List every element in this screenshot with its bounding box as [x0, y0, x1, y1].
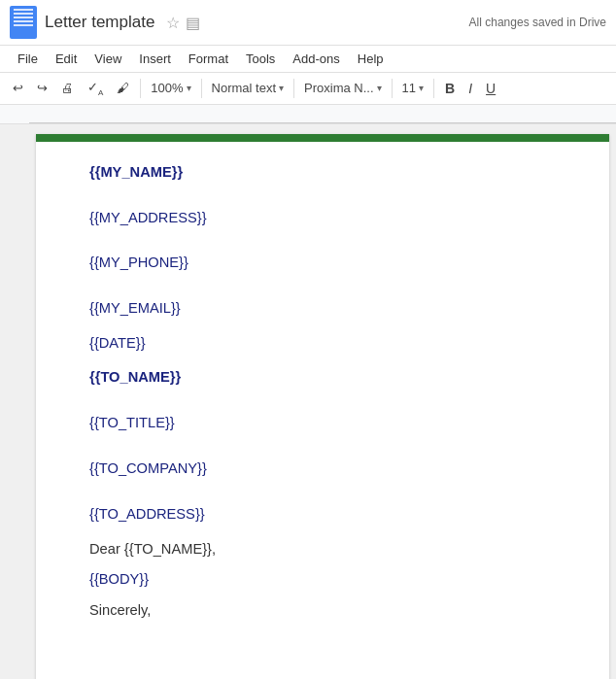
recipient-section: {{TO_NAME}} {{TO_TITLE}} {{TO_COMPANY}} … — [89, 366, 556, 526]
print-button[interactable]: 🖨 — [56, 78, 79, 98]
body-field: {{BODY}} — [89, 568, 556, 591]
menu-file[interactable]: File — [10, 48, 46, 70]
menu-edit[interactable]: Edit — [48, 48, 85, 70]
text-style-selector[interactable]: Normal text ▾ — [208, 79, 288, 97]
bold-button[interactable]: B — [440, 78, 460, 99]
underline-button[interactable]: U — [481, 78, 500, 99]
menu-bar: File Edit View Insert Format Tools Add-o… — [0, 46, 616, 73]
salutation-text: Dear {{TO_NAME}}, — [89, 538, 556, 560]
date-section: {{DATE}} — [89, 332, 556, 355]
left-margin — [0, 124, 29, 679]
to-address-field: {{TO_ADDRESS}} — [89, 503, 556, 526]
undo-button[interactable]: ↩ — [8, 78, 28, 98]
font-selector[interactable]: Proxima N... ▾ — [300, 79, 386, 97]
salutation-section: Dear {{TO_NAME}}, — [89, 538, 556, 560]
to-name-field: {{TO_NAME}} — [89, 366, 556, 389]
closing-text: Sincerely, — [89, 599, 556, 622]
date-field: {{DATE}} — [89, 332, 556, 355]
menu-help[interactable]: Help — [350, 48, 392, 70]
italic-button[interactable]: I — [463, 78, 477, 99]
ruler — [0, 105, 616, 124]
sender-section: {{MY_NAME}} {{MY_ADDRESS}} {{MY_PHONE}} … — [89, 161, 556, 321]
folder-icon[interactable]: ▤ — [186, 14, 200, 32]
text-style-arrow: ▾ — [279, 83, 284, 93]
my-address-field: {{MY_ADDRESS}} — [89, 207, 556, 229]
spellcheck-icon: ✓A — [87, 80, 103, 97]
ruler-marks — [29, 105, 616, 123]
toolbar: ↩ ↪ 🖨 ✓A 🖌 100% ▾ Normal text ▾ Proxima … — [0, 73, 616, 105]
closing-section: Sincerely, — [89, 599, 556, 622]
to-company-field: {{TO_COMPANY}} — [89, 458, 556, 480]
ruler-line — [29, 122, 616, 123]
green-header-bar — [36, 134, 609, 142]
document-title[interactable]: Letter template — [45, 13, 154, 32]
page-container: {{MY_NAME}} {{MY_ADDRESS}} {{MY_PHONE}} … — [29, 124, 616, 679]
to-title-field: {{TO_TITLE}} — [89, 412, 556, 434]
toolbar-divider-5 — [433, 79, 434, 98]
star-icon[interactable]: ☆ — [166, 14, 180, 32]
font-arrow: ▾ — [377, 83, 382, 93]
paint-format-icon: 🖌 — [117, 81, 129, 95]
toolbar-divider-2 — [201, 79, 202, 98]
font-size-arrow: ▾ — [419, 83, 424, 93]
font-size-selector[interactable]: 11 ▾ — [398, 79, 428, 97]
redo-button[interactable]: ↪ — [32, 78, 52, 98]
title-bar: Letter template ☆ ▤ All changes saved in… — [0, 0, 616, 46]
body-section: {{BODY}} — [89, 568, 556, 591]
menu-tools[interactable]: Tools — [238, 48, 283, 70]
toolbar-divider-1 — [140, 79, 141, 98]
toolbar-divider-3 — [293, 79, 294, 98]
cloud-save-status: All changes saved in Drive — [469, 16, 606, 29]
title-actions: ☆ ▤ — [166, 14, 200, 32]
editor-area: {{MY_NAME}} {{MY_ADDRESS}} {{MY_PHONE}} … — [0, 124, 616, 679]
toolbar-divider-4 — [392, 79, 393, 98]
menu-insert[interactable]: Insert — [131, 48, 179, 70]
doc-icon — [10, 6, 37, 39]
zoom-selector[interactable]: 100% ▾ — [147, 79, 194, 97]
menu-format[interactable]: Format — [181, 48, 236, 70]
zoom-arrow: ▾ — [187, 83, 191, 93]
document-page[interactable]: {{MY_NAME}} {{MY_ADDRESS}} {{MY_PHONE}} … — [36, 134, 609, 679]
spellcheck-button[interactable]: ✓A — [83, 77, 108, 100]
page-content: {{MY_NAME}} {{MY_ADDRESS}} {{MY_PHONE}} … — [36, 142, 609, 679]
paint-format-button[interactable]: 🖌 — [112, 78, 134, 98]
menu-view[interactable]: View — [86, 48, 129, 70]
my-email-field: {{MY_EMAIL}} — [89, 297, 556, 320]
my-phone-field: {{MY_PHONE}} — [89, 252, 556, 274]
my-name-field: {{MY_NAME}} — [89, 161, 556, 184]
menu-addons[interactable]: Add-ons — [285, 48, 347, 70]
